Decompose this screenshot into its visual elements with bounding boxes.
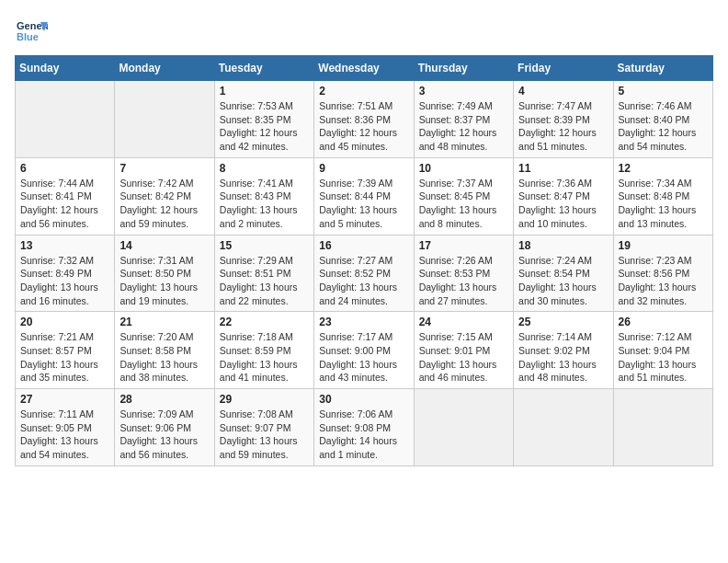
calendar-cell [514,389,613,466]
day-info: Sunrise: 7:39 AM Sunset: 8:44 PM Dayligh… [319,177,408,231]
day-info: Sunrise: 7:21 AM Sunset: 8:57 PM Dayligh… [20,330,109,385]
calendar-cell: 8Sunrise: 7:41 AM Sunset: 8:43 PM Daylig… [214,157,313,235]
day-info: Sunrise: 7:47 AM Sunset: 8:39 PM Dayligh… [518,99,608,154]
day-info: Sunrise: 7:41 AM Sunset: 8:43 PM Dayligh… [220,177,309,231]
day-number: 10 [419,162,508,175]
calendar-cell: 1Sunrise: 7:53 AM Sunset: 8:35 PM Daylig… [214,81,313,158]
day-info: Sunrise: 7:29 AM Sunset: 8:51 PM Dayligh… [220,254,309,308]
calendar-cell: 3Sunrise: 7:49 AM Sunset: 8:37 PM Daylig… [414,81,513,158]
day-number: 16 [319,239,408,252]
calendar-cell: 12Sunrise: 7:34 AM Sunset: 8:48 PM Dayli… [613,157,712,235]
calendar-cell: 13Sunrise: 7:32 AM Sunset: 8:49 PM Dayli… [16,235,115,312]
col-header-friday: Friday [514,56,613,81]
day-info: Sunrise: 7:17 AM Sunset: 9:00 PM Dayligh… [319,330,408,385]
calendar-cell: 21Sunrise: 7:20 AM Sunset: 8:58 PM Dayli… [115,312,214,389]
calendar-cell: 15Sunrise: 7:29 AM Sunset: 8:51 PM Dayli… [214,235,313,312]
calendar-cell: 23Sunrise: 7:17 AM Sunset: 9:00 PM Dayli… [314,312,414,389]
calendar-cell [16,81,115,158]
calendar-cell: 9Sunrise: 7:39 AM Sunset: 8:44 PM Daylig… [314,157,414,235]
calendar-cell: 7Sunrise: 7:42 AM Sunset: 8:42 PM Daylig… [115,157,214,235]
day-info: Sunrise: 7:36 AM Sunset: 8:47 PM Dayligh… [518,177,608,231]
calendar-cell: 4Sunrise: 7:47 AM Sunset: 8:39 PM Daylig… [514,81,613,158]
week-row-4: 27Sunrise: 7:11 AM Sunset: 9:05 PM Dayli… [16,389,713,466]
day-info: Sunrise: 7:12 AM Sunset: 9:04 PM Dayligh… [619,330,708,385]
day-info: Sunrise: 7:42 AM Sunset: 8:42 PM Dayligh… [119,177,209,231]
day-number: 24 [419,316,508,328]
calendar-cell: 16Sunrise: 7:27 AM Sunset: 8:52 PM Dayli… [314,235,414,312]
day-info: Sunrise: 7:11 AM Sunset: 9:05 PM Dayligh… [20,408,109,462]
calendar-cell: 6Sunrise: 7:44 AM Sunset: 8:41 PM Daylig… [16,157,115,235]
week-row-1: 6Sunrise: 7:44 AM Sunset: 8:41 PM Daylig… [16,157,713,235]
calendar-cell: 10Sunrise: 7:37 AM Sunset: 8:45 PM Dayli… [414,157,513,235]
col-header-monday: Monday [115,56,214,81]
day-info: Sunrise: 7:49 AM Sunset: 8:37 PM Dayligh… [419,99,508,154]
col-header-tuesday: Tuesday [214,56,313,81]
calendar-cell: 11Sunrise: 7:36 AM Sunset: 8:47 PM Dayli… [514,157,613,235]
col-header-wednesday: Wednesday [314,56,414,81]
day-number: 28 [119,393,209,406]
day-info: Sunrise: 7:09 AM Sunset: 9:06 PM Dayligh… [119,408,209,462]
day-number: 9 [319,162,408,175]
week-row-3: 20Sunrise: 7:21 AM Sunset: 8:57 PM Dayli… [16,312,713,389]
calendar-cell: 17Sunrise: 7:26 AM Sunset: 8:53 PM Dayli… [414,235,513,312]
day-info: Sunrise: 7:15 AM Sunset: 9:01 PM Dayligh… [419,330,508,385]
day-number: 7 [119,162,209,175]
day-number: 19 [619,239,708,252]
day-number: 1 [220,85,309,98]
day-number: 12 [619,162,708,175]
day-info: Sunrise: 7:08 AM Sunset: 9:07 PM Dayligh… [220,408,309,462]
calendar-cell: 29Sunrise: 7:08 AM Sunset: 9:07 PM Dayli… [214,389,313,466]
day-info: Sunrise: 7:18 AM Sunset: 8:59 PM Dayligh… [220,330,309,385]
day-info: Sunrise: 7:46 AM Sunset: 8:40 PM Dayligh… [619,99,708,154]
header-row: SundayMondayTuesdayWednesdayThursdayFrid… [16,56,713,81]
col-header-sunday: Sunday [16,56,115,81]
calendar-cell: 30Sunrise: 7:06 AM Sunset: 9:08 PM Dayli… [314,389,414,466]
calendar-cell: 28Sunrise: 7:09 AM Sunset: 9:06 PM Dayli… [115,389,214,466]
calendar-cell: 27Sunrise: 7:11 AM Sunset: 9:05 PM Dayli… [16,389,115,466]
day-number: 29 [220,393,309,406]
day-number: 13 [20,239,109,252]
calendar-cell: 14Sunrise: 7:31 AM Sunset: 8:50 PM Dayli… [115,235,214,312]
day-number: 5 [619,85,708,98]
day-number: 15 [220,239,309,252]
logo-icon: General Blue [15,15,48,48]
day-info: Sunrise: 7:24 AM Sunset: 8:54 PM Dayligh… [518,254,608,308]
calendar-cell: 2Sunrise: 7:51 AM Sunset: 8:36 PM Daylig… [314,81,414,158]
calendar-table: SundayMondayTuesdayWednesdayThursdayFrid… [15,55,713,466]
col-header-saturday: Saturday [613,56,712,81]
day-number: 3 [419,85,508,98]
day-info: Sunrise: 7:20 AM Sunset: 8:58 PM Dayligh… [119,330,209,385]
day-number: 23 [319,316,408,328]
day-number: 2 [319,85,408,98]
day-number: 20 [20,316,109,328]
day-info: Sunrise: 7:14 AM Sunset: 9:02 PM Dayligh… [518,330,608,385]
svg-text:Blue: Blue [17,31,39,42]
day-number: 8 [220,162,309,175]
calendar-cell: 25Sunrise: 7:14 AM Sunset: 9:02 PM Dayli… [514,312,613,389]
calendar-cell: 22Sunrise: 7:18 AM Sunset: 8:59 PM Dayli… [214,312,313,389]
header: General Blue [15,15,713,48]
calendar-cell: 18Sunrise: 7:24 AM Sunset: 8:54 PM Dayli… [514,235,613,312]
calendar-cell: 5Sunrise: 7:46 AM Sunset: 8:40 PM Daylig… [613,81,712,158]
day-info: Sunrise: 7:34 AM Sunset: 8:48 PM Dayligh… [619,177,708,231]
calendar-cell [613,389,712,466]
day-number: 25 [518,316,608,328]
week-row-0: 1Sunrise: 7:53 AM Sunset: 8:35 PM Daylig… [16,81,713,158]
logo: General Blue [15,15,51,48]
day-info: Sunrise: 7:44 AM Sunset: 8:41 PM Dayligh… [20,177,109,231]
day-number: 18 [518,239,608,252]
calendar-cell: 24Sunrise: 7:15 AM Sunset: 9:01 PM Dayli… [414,312,513,389]
calendar-cell: 20Sunrise: 7:21 AM Sunset: 8:57 PM Dayli… [16,312,115,389]
day-number: 14 [119,239,209,252]
day-info: Sunrise: 7:26 AM Sunset: 8:53 PM Dayligh… [419,254,508,308]
day-info: Sunrise: 7:23 AM Sunset: 8:56 PM Dayligh… [619,254,708,308]
day-info: Sunrise: 7:51 AM Sunset: 8:36 PM Dayligh… [319,99,408,154]
day-number: 4 [518,85,608,98]
day-info: Sunrise: 7:32 AM Sunset: 8:49 PM Dayligh… [20,254,109,308]
week-row-2: 13Sunrise: 7:32 AM Sunset: 8:49 PM Dayli… [16,235,713,312]
day-info: Sunrise: 7:27 AM Sunset: 8:52 PM Dayligh… [319,254,408,308]
calendar-cell [115,81,214,158]
day-number: 26 [619,316,708,328]
day-info: Sunrise: 7:37 AM Sunset: 8:45 PM Dayligh… [419,177,508,231]
calendar-cell: 26Sunrise: 7:12 AM Sunset: 9:04 PM Dayli… [613,312,712,389]
